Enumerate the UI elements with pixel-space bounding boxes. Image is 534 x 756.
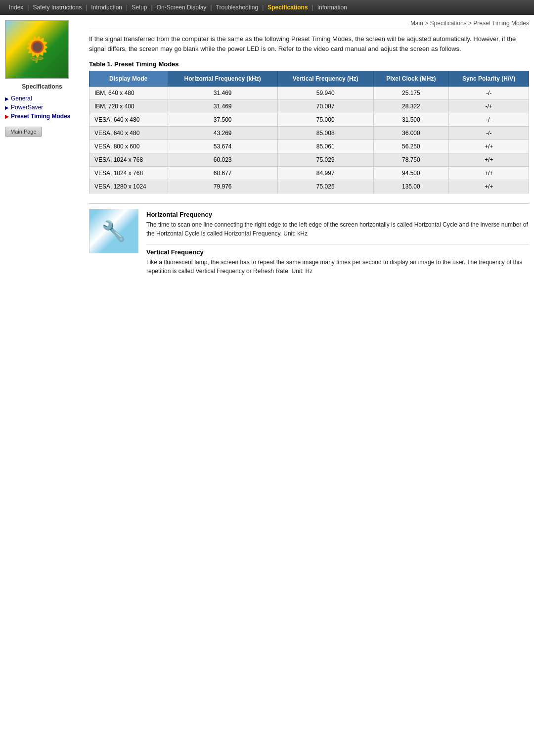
table-row: VESA, 800 x 60053.67485.06156.250+/+ bbox=[89, 140, 529, 153]
table-row: IBM, 720 x 40031.46970.08728.322-/+ bbox=[89, 100, 529, 113]
content-area: Main > Specifications > Preset Timing Mo… bbox=[84, 20, 529, 282]
horizontal-freq-heading: Horizontal Frequency bbox=[146, 211, 529, 218]
cell-3-v_freq: 85.008 bbox=[277, 127, 373, 140]
cell-5-display_mode: VESA, 1024 x 768 bbox=[89, 153, 168, 167]
cell-2-v_freq: 75.000 bbox=[277, 113, 373, 127]
table-row: VESA, 1024 x 76868.67784.99794.500+/+ bbox=[89, 167, 529, 180]
cell-0-pixel_clock: 25.175 bbox=[373, 87, 449, 100]
nav-information[interactable]: Information bbox=[313, 3, 351, 12]
table-row: VESA, 640 x 48043.26985.00836.000-/- bbox=[89, 127, 529, 140]
cell-6-display_mode: VESA, 1024 x 768 bbox=[89, 167, 168, 180]
cell-4-v_freq: 85.061 bbox=[277, 140, 373, 153]
cell-5-pixel_clock: 78.750 bbox=[373, 153, 449, 167]
nav-setup[interactable]: Setup bbox=[128, 3, 151, 12]
cell-7-sync: +/+ bbox=[449, 180, 529, 193]
cell-7-h_freq: 79.976 bbox=[168, 180, 277, 193]
cell-2-h_freq: 37.500 bbox=[168, 113, 277, 127]
preset-timing-table: Display Mode Horizontal Frequency (kHz) … bbox=[89, 71, 529, 193]
nav-troubleshooting[interactable]: Troubleshooting bbox=[212, 3, 263, 12]
cell-2-sync: -/- bbox=[449, 113, 529, 127]
cell-6-h_freq: 68.677 bbox=[168, 167, 277, 180]
sidebar-item-general-label: General bbox=[11, 95, 32, 102]
cell-6-pixel_clock: 94.500 bbox=[373, 167, 449, 180]
horizontal-freq-body: The time to scan one line connecting the… bbox=[146, 220, 529, 238]
notes-divider bbox=[146, 244, 529, 244]
nav-specifications[interactable]: Specifications bbox=[264, 3, 312, 12]
cell-4-display_mode: VESA, 800 x 600 bbox=[89, 140, 168, 153]
arrow-icon: ▶ bbox=[5, 96, 9, 101]
sidebar-item-powersaver-label: PowerSaver bbox=[11, 104, 43, 111]
table-title: Table 1. Preset Timing Modes bbox=[89, 60, 529, 68]
col-header-display-mode: Display Mode bbox=[89, 71, 168, 87]
cell-0-display_mode: IBM, 640 x 480 bbox=[89, 87, 168, 100]
cell-7-v_freq: 75.025 bbox=[277, 180, 373, 193]
cell-2-display_mode: VESA, 640 x 480 bbox=[89, 113, 168, 127]
main-layout: 🌻 Specifications ▶ General ▶ PowerSaver … bbox=[0, 15, 534, 286]
sidebar-section-label: Specifications bbox=[5, 83, 79, 90]
breadcrumb: Main > Specifications > Preset Timing Mo… bbox=[89, 20, 529, 29]
nav-index[interactable]: Index bbox=[5, 3, 27, 12]
cell-3-pixel_clock: 36.000 bbox=[373, 127, 449, 140]
notes-illustration-icon: 🔧 bbox=[101, 220, 126, 243]
cell-1-v_freq: 70.087 bbox=[277, 100, 373, 113]
vertical-freq-body: Like a fluorescent lamp, the screen has … bbox=[146, 258, 529, 276]
table-row: VESA, 1024 x 76860.02375.02978.750+/+ bbox=[89, 153, 529, 167]
cell-0-v_freq: 59.940 bbox=[277, 87, 373, 100]
cell-0-h_freq: 31.469 bbox=[168, 87, 277, 100]
col-header-sync: Sync Polarity (H/V) bbox=[449, 71, 529, 87]
top-navigation: Index | Safety Instructions | Introducti… bbox=[0, 0, 534, 15]
cell-1-h_freq: 31.469 bbox=[168, 100, 277, 113]
cell-4-h_freq: 53.674 bbox=[168, 140, 277, 153]
notes-section: 🔧 Horizontal Frequency The time to scan … bbox=[89, 203, 529, 282]
arrow-icon: ▶ bbox=[5, 105, 9, 110]
cell-5-sync: +/+ bbox=[449, 153, 529, 167]
col-header-pixel-clock: Pixel Clock (MHz) bbox=[373, 71, 449, 87]
vertical-freq-heading: Vertical Frequency bbox=[146, 248, 529, 256]
notes-image: 🔧 bbox=[89, 209, 138, 253]
table-row: VESA, 1280 x 102479.97675.025135.00+/+ bbox=[89, 180, 529, 193]
col-header-v-freq: Vertical Frequency (Hz) bbox=[277, 71, 373, 87]
sidebar-item-preset-label: Preset Timing Modes bbox=[11, 113, 70, 120]
logo-flower-icon: 🌻 bbox=[22, 35, 52, 64]
cell-1-pixel_clock: 28.322 bbox=[373, 100, 449, 113]
cell-4-pixel_clock: 56.250 bbox=[373, 140, 449, 153]
sidebar: 🌻 Specifications ▶ General ▶ PowerSaver … bbox=[5, 20, 84, 282]
sidebar-item-general[interactable]: ▶ General bbox=[5, 95, 79, 102]
table-row: IBM, 640 x 48031.46959.94025.175-/- bbox=[89, 87, 529, 100]
cell-4-sync: +/+ bbox=[449, 140, 529, 153]
table-body: IBM, 640 x 48031.46959.94025.175-/-IBM, … bbox=[89, 87, 529, 193]
nav-introduction[interactable]: Introduction bbox=[87, 3, 126, 12]
cell-3-h_freq: 43.269 bbox=[168, 127, 277, 140]
sidebar-item-powersaver[interactable]: ▶ PowerSaver bbox=[5, 104, 79, 111]
cell-1-display_mode: IBM, 720 x 400 bbox=[89, 100, 168, 113]
cell-1-sync: -/+ bbox=[449, 100, 529, 113]
notes-text: Horizontal Frequency The time to scan on… bbox=[146, 209, 529, 282]
cell-3-sync: -/- bbox=[449, 127, 529, 140]
nav-osd[interactable]: On-Screen Display bbox=[153, 3, 211, 12]
cell-5-v_freq: 75.029 bbox=[277, 153, 373, 167]
col-header-h-freq: Horizontal Frequency (kHz) bbox=[168, 71, 277, 87]
cell-6-v_freq: 84.997 bbox=[277, 167, 373, 180]
cell-6-sync: +/+ bbox=[449, 167, 529, 180]
arrow-active-icon: ▶ bbox=[5, 114, 9, 119]
cell-5-h_freq: 60.023 bbox=[168, 153, 277, 167]
table-row: VESA, 640 x 48037.50075.00031.500-/- bbox=[89, 113, 529, 127]
table-header-row: Display Mode Horizontal Frequency (kHz) … bbox=[89, 71, 529, 87]
sidebar-item-preset-timing[interactable]: ▶ Preset Timing Modes bbox=[5, 113, 79, 120]
nav-safety[interactable]: Safety Instructions bbox=[29, 3, 86, 12]
sidebar-logo: 🌻 bbox=[5, 20, 69, 79]
cell-7-pixel_clock: 135.00 bbox=[373, 180, 449, 193]
cell-0-sync: -/- bbox=[449, 87, 529, 100]
cell-7-display_mode: VESA, 1280 x 1024 bbox=[89, 180, 168, 193]
cell-3-display_mode: VESA, 640 x 480 bbox=[89, 127, 168, 140]
intro-paragraph: If the signal transferred from the compu… bbox=[89, 34, 529, 53]
cell-2-pixel_clock: 31.500 bbox=[373, 113, 449, 127]
main-page-button[interactable]: Main Page bbox=[5, 127, 42, 137]
